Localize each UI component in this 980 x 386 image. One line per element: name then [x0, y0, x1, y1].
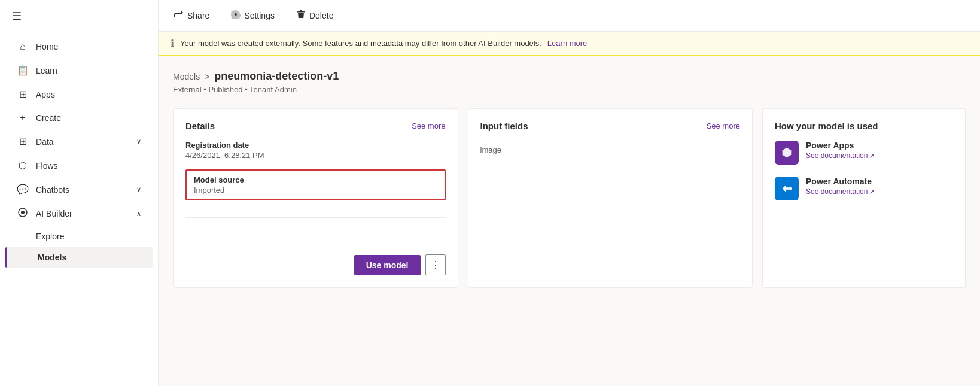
sidebar-item-flows[interactable]: ⬡ Flows: [5, 154, 153, 177]
learn-more-link[interactable]: Learn more: [547, 39, 587, 48]
power-automate-usage-text: Power Automate See documentation ↗: [806, 177, 874, 196]
sidebar-subitem-label: Models: [38, 253, 66, 262]
details-card-footer: Use model ⋮: [185, 250, 446, 275]
sidebar-item-label: Home: [36, 42, 58, 51]
sidebar-item-label: AI Builder: [36, 209, 72, 218]
input-fields-card-header: Input fields See more: [480, 121, 741, 131]
data-icon: ⊞: [17, 136, 29, 147]
delete-button[interactable]: Delete: [293, 7, 337, 24]
toolbar: Share Settings Delete: [159, 0, 980, 32]
input-fields-see-more-link[interactable]: See more: [707, 121, 740, 130]
cards-row: Details See more Registration date 4/26/…: [173, 108, 966, 288]
how-used-card: How your model is used Power Apps See do…: [762, 108, 966, 288]
home-icon: ⌂: [17, 41, 29, 52]
how-used-card-header: How your model is used: [775, 121, 953, 131]
external-link-icon: ↗: [869, 153, 874, 159]
power-automate-icon-box: [775, 177, 799, 200]
page-subtitle: External • Published • Tenant Admin: [173, 85, 966, 94]
sidebar-item-apps[interactable]: ⊞ Apps: [5, 83, 153, 106]
sidebar-item-learn[interactable]: 📋 Learn: [5, 59, 153, 82]
sidebar-item-chatbots[interactable]: 💬 Chatbots ∨: [5, 178, 153, 201]
details-card: Details See more Registration date 4/26/…: [173, 108, 458, 288]
settings-label: Settings: [244, 11, 275, 20]
details-card-divider: [185, 217, 446, 218]
page-content: Models > pneumonia-detection-v1 External…: [159, 56, 980, 386]
sidebar-item-label: Create: [36, 113, 61, 123]
share-icon: [174, 10, 184, 22]
registration-date-label: Registration date: [185, 141, 446, 150]
main-content: Share Settings Delete ℹ Your model wa: [159, 0, 980, 386]
info-icon: ℹ: [171, 38, 174, 49]
input-fields-card: Input fields See more image: [468, 108, 753, 288]
more-options-button[interactable]: ⋮: [425, 254, 446, 275]
input-fields-card-title: Input fields: [480, 121, 528, 131]
use-model-button[interactable]: Use model: [354, 255, 421, 275]
breadcrumb-separator: >: [205, 72, 209, 81]
sidebar-item-label: Learn: [36, 66, 57, 75]
power-automate-name: Power Automate: [806, 177, 874, 186]
chatbots-icon: 💬: [17, 184, 29, 195]
sidebar-item-label: Data: [36, 137, 54, 147]
sidebar-subitem-models[interactable]: Models: [5, 247, 153, 268]
delete-icon: [296, 10, 306, 22]
svg-rect-2: [297, 11, 305, 13]
share-label: Share: [187, 11, 209, 20]
settings-icon: [231, 10, 241, 22]
sidebar-item-label: Apps: [36, 90, 55, 99]
power-apps-name: Power Apps: [806, 141, 874, 150]
flows-icon: ⬡: [17, 160, 29, 171]
model-source-value: Imported: [194, 186, 437, 194]
details-see-more-link[interactable]: See more: [412, 121, 445, 130]
chevron-down-icon: ∨: [136, 186, 141, 193]
model-source-highlighted-box: Model source Imported: [185, 169, 446, 200]
how-used-card-title: How your model is used: [775, 121, 878, 131]
model-source-label: Model source: [194, 175, 437, 184]
settings-button[interactable]: Settings: [227, 7, 278, 24]
power-automate-icon: [780, 182, 793, 195]
create-icon: +: [17, 113, 29, 123]
breadcrumb-current: pneumonia-detection-v1: [214, 70, 339, 83]
sidebar-item-ai-builder[interactable]: AI Builder ∧: [5, 202, 153, 226]
svg-point-1: [21, 211, 25, 214]
sidebar-subitem-label: Explore: [36, 232, 64, 241]
sidebar-subitem-explore[interactable]: Explore: [5, 226, 153, 247]
sidebar: ☰ ⌂ Home 📋 Learn ⊞ Apps + Create ⊞ Data …: [0, 0, 159, 386]
input-field-image: image: [480, 141, 741, 159]
details-card-title: Details: [185, 121, 215, 131]
registration-date-value: 4/26/2021, 6:28:21 PM: [185, 151, 446, 160]
info-banner: ℹ Your model was created externally. Som…: [159, 32, 980, 56]
banner-message: Your model was created externally. Some …: [180, 39, 541, 48]
power-apps-icon-box: [775, 141, 799, 165]
sidebar-item-home[interactable]: ⌂ Home: [5, 35, 153, 58]
power-apps-doc-link[interactable]: See documentation ↗: [806, 151, 874, 160]
sidebar-item-label: Chatbots: [36, 185, 69, 194]
hamburger-menu[interactable]: ☰: [0, 0, 158, 32]
sidebar-item-label: Flows: [36, 161, 58, 171]
breadcrumb: Models > pneumonia-detection-v1: [173, 70, 966, 83]
delete-label: Delete: [309, 11, 333, 20]
share-button[interactable]: Share: [171, 7, 213, 24]
power-apps-usage-item: Power Apps See documentation ↗: [775, 141, 953, 165]
power-automate-usage-item: Power Automate See documentation ↗: [775, 177, 953, 200]
sidebar-item-data[interactable]: ⊞ Data ∨: [5, 130, 153, 153]
sidebar-item-create[interactable]: + Create: [5, 107, 153, 129]
breadcrumb-parent[interactable]: Models: [173, 72, 200, 81]
learn-icon: 📋: [17, 65, 29, 76]
power-automate-doc-link[interactable]: See documentation ↗: [806, 187, 874, 196]
registration-date-field: Registration date 4/26/2021, 6:28:21 PM: [185, 141, 446, 169]
chevron-down-icon: ∨: [136, 138, 141, 145]
chevron-up-icon: ∧: [136, 210, 141, 218]
apps-icon: ⊞: [17, 89, 29, 100]
ai-builder-icon: [17, 208, 29, 220]
external-link-icon: ↗: [869, 189, 874, 195]
details-card-header: Details See more: [185, 121, 446, 131]
power-apps-icon: [780, 146, 793, 159]
power-apps-usage-text: Power Apps See documentation ↗: [806, 141, 874, 160]
